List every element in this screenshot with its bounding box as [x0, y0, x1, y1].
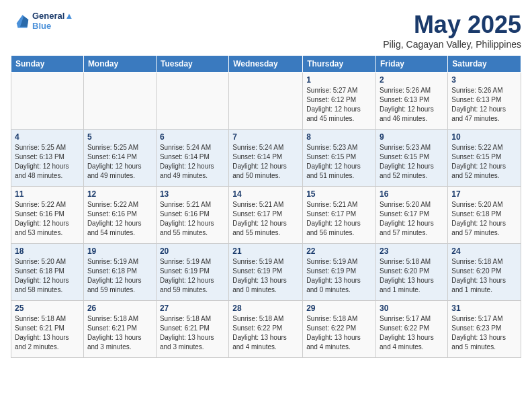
- calendar-cell: 11Sunrise: 5:22 AM Sunset: 6:16 PM Dayli…: [11, 187, 84, 244]
- weekday-header: Monday: [83, 56, 156, 73]
- calendar-cell: 26Sunrise: 5:18 AM Sunset: 6:21 PM Dayli…: [83, 301, 156, 358]
- weekday-header: Tuesday: [156, 56, 228, 73]
- day-number: 29: [306, 304, 372, 313]
- day-number: 7: [232, 132, 299, 142]
- calendar-cell: 15Sunrise: 5:21 AM Sunset: 6:17 PM Dayli…: [303, 187, 376, 244]
- title-block: May 2025 Pilig, Cagayan Valley, Philippi…: [383, 11, 521, 50]
- calendar-cell: 1Sunrise: 5:27 AM Sunset: 6:12 PM Daylig…: [303, 73, 376, 130]
- calendar-cell: 12Sunrise: 5:22 AM Sunset: 6:16 PM Dayli…: [83, 187, 156, 244]
- day-number: 15: [306, 189, 372, 199]
- day-number: 27: [160, 304, 225, 313]
- calendar-cell: 24Sunrise: 5:18 AM Sunset: 6:20 PM Dayli…: [448, 244, 521, 301]
- calendar-cell: [156, 73, 228, 130]
- calendar-cell: [11, 73, 84, 130]
- calendar-header-row: SundayMondayTuesdayWednesdayThursdayFrid…: [11, 56, 521, 73]
- calendar-cell: 6Sunrise: 5:24 AM Sunset: 6:14 PM Daylig…: [156, 130, 228, 187]
- day-number: 19: [87, 246, 152, 256]
- calendar-week-row: 4Sunrise: 5:25 AM Sunset: 6:13 PM Daylig…: [11, 130, 521, 187]
- day-number: 6: [160, 132, 225, 142]
- calendar-cell: 13Sunrise: 5:21 AM Sunset: 6:16 PM Dayli…: [156, 187, 228, 244]
- calendar-cell: 29Sunrise: 5:18 AM Sunset: 6:22 PM Dayli…: [303, 301, 376, 358]
- calendar-cell: 19Sunrise: 5:19 AM Sunset: 6:18 PM Dayli…: [83, 244, 156, 301]
- day-info: Sunrise: 5:17 AM Sunset: 6:23 PM Dayligh…: [451, 314, 517, 352]
- day-number: 10: [451, 132, 517, 142]
- calendar-cell: [229, 73, 303, 130]
- calendar-week-row: 1Sunrise: 5:27 AM Sunset: 6:12 PM Daylig…: [11, 73, 521, 130]
- day-info: Sunrise: 5:24 AM Sunset: 6:14 PM Dayligh…: [232, 143, 299, 181]
- day-info: Sunrise: 5:22 AM Sunset: 6:16 PM Dayligh…: [15, 200, 80, 238]
- day-info: Sunrise: 5:27 AM Sunset: 6:12 PM Dayligh…: [306, 86, 372, 124]
- day-info: Sunrise: 5:22 AM Sunset: 6:16 PM Dayligh…: [87, 200, 152, 238]
- logo-text: General▲ Blue: [32, 11, 73, 31]
- day-info: Sunrise: 5:20 AM Sunset: 6:17 PM Dayligh…: [380, 200, 444, 238]
- day-number: 9: [380, 132, 444, 142]
- day-number: 25: [15, 304, 80, 313]
- day-number: 4: [15, 132, 80, 142]
- calendar-table: SundayMondayTuesdayWednesdayThursdayFrid…: [11, 55, 521, 358]
- day-number: 17: [451, 189, 517, 199]
- day-number: 24: [451, 246, 517, 256]
- page-header: General▲ Blue May 2025 Pilig, Cagayan Va…: [11, 11, 521, 50]
- day-number: 8: [306, 132, 372, 142]
- day-info: Sunrise: 5:18 AM Sunset: 6:21 PM Dayligh…: [87, 314, 152, 352]
- day-number: 3: [451, 75, 517, 85]
- calendar-cell: 30Sunrise: 5:17 AM Sunset: 6:22 PM Dayli…: [376, 301, 448, 358]
- day-info: Sunrise: 5:19 AM Sunset: 6:19 PM Dayligh…: [306, 257, 372, 295]
- weekday-header: Wednesday: [229, 56, 303, 73]
- calendar-cell: 18Sunrise: 5:20 AM Sunset: 6:18 PM Dayli…: [11, 244, 84, 301]
- day-info: Sunrise: 5:20 AM Sunset: 6:18 PM Dayligh…: [451, 200, 517, 238]
- calendar-subtitle: Pilig, Cagayan Valley, Philippines: [383, 39, 521, 50]
- day-info: Sunrise: 5:21 AM Sunset: 6:16 PM Dayligh…: [160, 200, 225, 238]
- day-number: 26: [87, 304, 152, 313]
- day-info: Sunrise: 5:19 AM Sunset: 6:18 PM Dayligh…: [87, 257, 152, 295]
- calendar-week-row: 11Sunrise: 5:22 AM Sunset: 6:16 PM Dayli…: [11, 187, 521, 244]
- day-number: 13: [160, 189, 225, 199]
- day-info: Sunrise: 5:19 AM Sunset: 6:19 PM Dayligh…: [160, 257, 225, 295]
- weekday-header: Sunday: [11, 56, 84, 73]
- day-number: 14: [232, 189, 299, 199]
- calendar-cell: 22Sunrise: 5:19 AM Sunset: 6:19 PM Dayli…: [303, 244, 376, 301]
- day-info: Sunrise: 5:18 AM Sunset: 6:21 PM Dayligh…: [160, 314, 225, 352]
- day-info: Sunrise: 5:23 AM Sunset: 6:15 PM Dayligh…: [380, 143, 444, 181]
- day-number: 20: [160, 246, 225, 256]
- calendar-cell: 7Sunrise: 5:24 AM Sunset: 6:14 PM Daylig…: [229, 130, 303, 187]
- day-number: 5: [87, 132, 152, 142]
- weekday-header: Thursday: [303, 56, 376, 73]
- weekday-header: Saturday: [448, 56, 521, 73]
- calendar-title: May 2025: [383, 11, 521, 39]
- calendar-cell: 20Sunrise: 5:19 AM Sunset: 6:19 PM Dayli…: [156, 244, 228, 301]
- day-number: 31: [451, 304, 517, 313]
- calendar-week-row: 25Sunrise: 5:18 AM Sunset: 6:21 PM Dayli…: [11, 301, 521, 358]
- calendar-cell: 2Sunrise: 5:26 AM Sunset: 6:13 PM Daylig…: [376, 73, 448, 130]
- day-info: Sunrise: 5:25 AM Sunset: 6:13 PM Dayligh…: [15, 143, 80, 181]
- day-info: Sunrise: 5:18 AM Sunset: 6:22 PM Dayligh…: [232, 314, 299, 352]
- calendar-cell: 21Sunrise: 5:19 AM Sunset: 6:19 PM Dayli…: [229, 244, 303, 301]
- day-info: Sunrise: 5:18 AM Sunset: 6:20 PM Dayligh…: [380, 257, 444, 295]
- calendar-cell: [83, 73, 156, 130]
- day-number: 30: [380, 304, 444, 313]
- calendar-cell: 25Sunrise: 5:18 AM Sunset: 6:21 PM Dayli…: [11, 301, 84, 358]
- day-number: 16: [380, 189, 444, 199]
- day-number: 23: [380, 246, 444, 256]
- calendar-cell: 23Sunrise: 5:18 AM Sunset: 6:20 PM Dayli…: [376, 244, 448, 301]
- day-info: Sunrise: 5:26 AM Sunset: 6:13 PM Dayligh…: [380, 86, 444, 124]
- day-number: 2: [380, 75, 444, 85]
- day-number: 28: [232, 304, 299, 313]
- day-info: Sunrise: 5:18 AM Sunset: 6:21 PM Dayligh…: [15, 314, 80, 352]
- day-info: Sunrise: 5:26 AM Sunset: 6:13 PM Dayligh…: [451, 86, 517, 124]
- day-info: Sunrise: 5:23 AM Sunset: 6:15 PM Dayligh…: [306, 143, 372, 181]
- day-info: Sunrise: 5:18 AM Sunset: 6:22 PM Dayligh…: [306, 314, 372, 352]
- day-number: 22: [306, 246, 372, 256]
- calendar-cell: 5Sunrise: 5:25 AM Sunset: 6:14 PM Daylig…: [83, 130, 156, 187]
- calendar-week-row: 18Sunrise: 5:20 AM Sunset: 6:18 PM Dayli…: [11, 244, 521, 301]
- day-info: Sunrise: 5:17 AM Sunset: 6:22 PM Dayligh…: [380, 314, 444, 352]
- calendar-cell: 28Sunrise: 5:18 AM Sunset: 6:22 PM Dayli…: [229, 301, 303, 358]
- day-number: 21: [232, 246, 299, 256]
- day-info: Sunrise: 5:22 AM Sunset: 6:15 PM Dayligh…: [451, 143, 517, 181]
- day-number: 12: [87, 189, 152, 199]
- calendar-cell: 16Sunrise: 5:20 AM Sunset: 6:17 PM Dayli…: [376, 187, 448, 244]
- day-info: Sunrise: 5:21 AM Sunset: 6:17 PM Dayligh…: [306, 200, 372, 238]
- logo-icon: [11, 11, 30, 30]
- day-number: 11: [15, 189, 80, 199]
- day-number: 18: [15, 246, 80, 256]
